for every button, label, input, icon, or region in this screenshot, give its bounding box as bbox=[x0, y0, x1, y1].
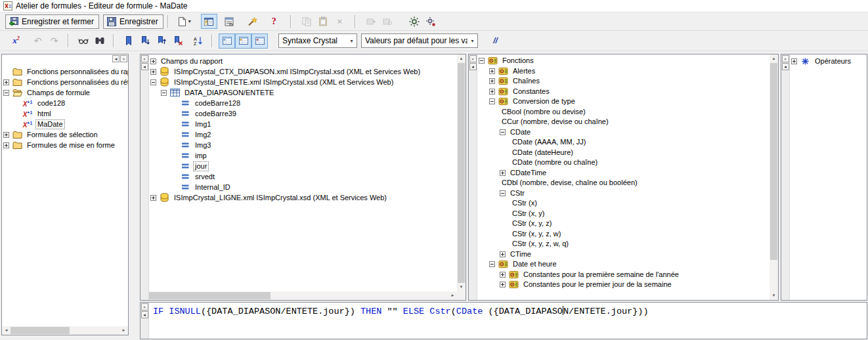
expand-icon[interactable] bbox=[3, 142, 9, 148]
expand-icon[interactable] bbox=[489, 78, 495, 84]
expand-icon[interactable] bbox=[500, 251, 506, 257]
scroll-left-icon[interactable]: ◄ bbox=[2, 326, 11, 335]
tree-item-img2[interactable]: Img2 bbox=[149, 129, 457, 140]
tree-item-isimpcrystal-ligne-xml-isimp[interactable]: ISImpCrystal_LIGNE.xml ISImpCrystal.xsd … bbox=[149, 192, 457, 203]
custom-function-editor-button[interactable] bbox=[423, 14, 439, 29]
tree-item-cstr[interactable]: CStr bbox=[477, 188, 770, 199]
properties-button[interactable] bbox=[221, 14, 238, 29]
collapse-pane-button[interactable]: ◄ bbox=[782, 63, 789, 70]
tree-item-cdate-nombre-ou-cha-ne[interactable]: CDate (nombre ou chaîne) bbox=[477, 158, 770, 168]
expand-icon[interactable] bbox=[3, 79, 9, 85]
browse-data-button[interactable] bbox=[75, 33, 91, 49]
toggle-fields-tree-button[interactable] bbox=[219, 33, 235, 49]
collapse-icon[interactable] bbox=[489, 98, 495, 104]
next-bookmark-button[interactable] bbox=[137, 33, 153, 49]
expand-icon[interactable] bbox=[500, 272, 506, 278]
tree-item-champs-du-rapport[interactable]: Champs du rapport bbox=[149, 56, 457, 66]
scroll-right-icon[interactable]: ► bbox=[119, 326, 128, 335]
syntax-select[interactable]: Syntaxe Crystal▾ bbox=[278, 33, 357, 48]
expand-icon[interactable] bbox=[489, 89, 495, 95]
expand-icon[interactable] bbox=[489, 68, 495, 74]
expand-icon[interactable] bbox=[150, 69, 156, 75]
expand-icon[interactable] bbox=[3, 132, 9, 138]
workshop-hscrollbar[interactable]: ◄ ► bbox=[2, 326, 128, 335]
tree-item-internal-id[interactable]: Internal_ID bbox=[149, 182, 457, 192]
save-button[interactable]: Enregistrer bbox=[103, 14, 163, 29]
collapse-pane-button[interactable]: ◄ bbox=[469, 63, 477, 70]
tree-item-alertes[interactable]: Alertes bbox=[477, 66, 770, 77]
scrollbar-thumb[interactable] bbox=[11, 327, 70, 334]
tree-item-date-et-heure[interactable]: Date et heure bbox=[477, 259, 770, 270]
tree-item-conversion-de-type[interactable]: Conversion de type bbox=[477, 96, 770, 107]
tree-item-constantes-pour-le-premier-j[interactable]: Constantes pour le premier jour de la se… bbox=[477, 280, 770, 290]
tree-item-img1[interactable]: Img1 bbox=[149, 119, 457, 129]
help-button[interactable]: ? bbox=[266, 14, 282, 29]
tree-item-cstr-x[interactable]: CStr (x) bbox=[477, 198, 770, 209]
custom-function-gear-button[interactable] bbox=[406, 14, 423, 29]
fields-functions-splitter[interactable] bbox=[466, 54, 468, 301]
chevron-down-icon[interactable]: ▾ bbox=[467, 38, 477, 44]
close-pane-button[interactable]: × bbox=[141, 303, 148, 310]
tree-item-html[interactable]: X+1html bbox=[2, 108, 128, 119]
expand-icon[interactable] bbox=[500, 170, 506, 176]
close-pane-button[interactable]: × bbox=[120, 55, 127, 62]
toggle-operators-tree-button[interactable] bbox=[251, 33, 268, 49]
collapse-icon[interactable] bbox=[500, 190, 506, 196]
functions-vscrollbar[interactable]: ▲ ▼ bbox=[770, 54, 778, 300]
save-and-close-button[interactable]: Enregistrer et fermer bbox=[5, 14, 99, 29]
tree-item-cstr-x-y-z-w-q[interactable]: CStr (x, y, z, w, q) bbox=[477, 239, 770, 249]
tree-item-isimpcrystal-ctx-diapason-xm[interactable]: ISImpCrystal_CTX_DIAPASON.xml ISImpCryst… bbox=[149, 66, 457, 77]
tree-item-constantes-pour-la-premi-re-[interactable]: Constantes pour la première semaine de l… bbox=[477, 270, 770, 280]
tree-item-jour[interactable]: jour bbox=[149, 161, 457, 171]
expand-icon[interactable] bbox=[150, 58, 156, 64]
tree-item-srvedt[interactable]: srvedt bbox=[149, 171, 457, 182]
expand-icon[interactable] bbox=[500, 282, 506, 287]
collapse-icon[interactable] bbox=[500, 129, 506, 135]
close-pane-button[interactable]: × bbox=[469, 55, 477, 62]
collapse-pane-button[interactable]: ◄ bbox=[141, 63, 148, 70]
tree-item-ccur-nombre-devise-ou-cha-ne[interactable]: CCur (nombre, devise ou chaîne) bbox=[477, 117, 770, 127]
tree-item-ctime[interactable]: CTime bbox=[477, 249, 770, 260]
chevron-down-icon[interactable]: ▾ bbox=[347, 38, 357, 44]
functions-operators-splitter[interactable] bbox=[779, 54, 781, 301]
tree-item-cdate[interactable]: CDate bbox=[477, 127, 770, 138]
tree-item-op-rateurs[interactable]: Opérateurs bbox=[790, 56, 867, 66]
scrollbar-thumb[interactable] bbox=[149, 292, 271, 299]
tree-item-code128[interactable]: X+1code128 bbox=[2, 98, 128, 108]
scrollbar-thumb[interactable] bbox=[770, 63, 777, 260]
tree-item-champs-de-formule[interactable]: Champs de formule bbox=[2, 87, 128, 98]
fields-vscrollbar[interactable]: ▲ ▼ bbox=[457, 54, 466, 291]
tree-item-constantes[interactable]: Constantes bbox=[477, 87, 770, 97]
tree-item-img3[interactable]: Img3 bbox=[149, 140, 457, 150]
workshop-splitter[interactable] bbox=[129, 54, 140, 335]
collapse-icon[interactable] bbox=[3, 90, 9, 96]
tree-item-data-diapason-entete[interactable]: DATA_DIAPASON/ENTETE bbox=[149, 87, 457, 98]
collapse-icon[interactable] bbox=[479, 58, 485, 64]
find-button[interactable] bbox=[91, 33, 108, 49]
tree-item-cdate-aaaa-mm-jj[interactable]: CDate (AAAA, MM, JJ) bbox=[477, 137, 770, 148]
tree-item-fonctions-personnalis-es-du-[interactable]: Fonctions personnalisées du rap bbox=[2, 66, 128, 77]
tree-item-madate[interactable]: X+1MaDate bbox=[2, 119, 128, 129]
comment-button[interactable]: // bbox=[487, 33, 504, 49]
tree-item-cstr-x-y[interactable]: CStr (x, y) bbox=[477, 209, 770, 219]
collapse-icon[interactable] bbox=[150, 79, 156, 85]
tree-item-formules-de-mise-en-forme[interactable]: Formules de mise en forme bbox=[2, 140, 128, 150]
toggle-functions-tree-button[interactable] bbox=[235, 33, 251, 49]
tree-item-cstr-x-y-z[interactable]: CStr (x, y, z) bbox=[477, 219, 770, 229]
check-formula-button[interactable]: x2 bbox=[8, 33, 24, 49]
formula-expert-button[interactable] bbox=[244, 14, 261, 29]
toggle-workshop-tree-button[interactable] bbox=[201, 14, 217, 29]
formula-editor[interactable]: IF ISNULL({DATA_DIAPASON/ENTETE.jour}) T… bbox=[149, 303, 867, 339]
close-pane-button[interactable]: × bbox=[782, 55, 789, 62]
tree-item-cbool-nombre-ou-devise[interactable]: CBool (nombre ou devise) bbox=[477, 107, 770, 117]
scroll-down-icon[interactable]: ▼ bbox=[457, 283, 466, 291]
tree-item-cstr-x-y-z-w[interactable]: CStr (x, y, z, w) bbox=[477, 229, 770, 240]
toggle-bookmark-button[interactable] bbox=[120, 33, 137, 49]
previous-bookmark-button[interactable] bbox=[153, 33, 169, 49]
tree-item-formules-de-s-lection[interactable]: Formules de sélection bbox=[2, 129, 128, 140]
expand-icon[interactable] bbox=[150, 195, 156, 201]
tree-item-imp[interactable]: imp bbox=[149, 150, 457, 161]
tree-item-fonctions[interactable]: Fonctions bbox=[477, 56, 770, 66]
tree-item-fonctions-personnalis-es-du-[interactable]: Fonctions personnalisées du réf bbox=[2, 77, 128, 87]
scroll-up-icon[interactable]: ▲ bbox=[457, 54, 466, 63]
